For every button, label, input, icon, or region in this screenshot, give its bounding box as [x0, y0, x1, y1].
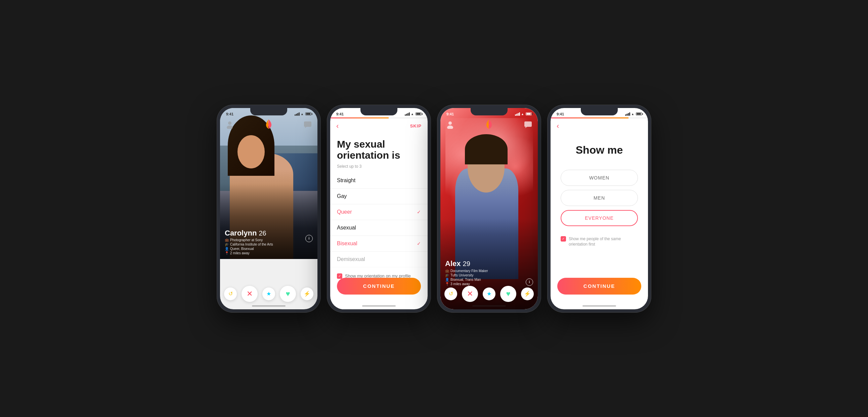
like-button-3[interactable]: ♥	[500, 286, 516, 302]
profile-orientation-1: Queer, Bisexual	[230, 247, 254, 251]
everyone-button[interactable]: EVERYONE	[561, 210, 638, 226]
time-1: 9:41	[226, 112, 234, 116]
superlike-button-3[interactable]: ★	[483, 287, 495, 300]
show-same-orientation-row: ✓ Show me people of the same orientation…	[551, 231, 648, 253]
undo-button-1[interactable]: ↺	[224, 287, 237, 300]
superlike-button-1[interactable]: ★	[262, 287, 275, 300]
option-queer[interactable]: Queer ✓	[330, 204, 428, 220]
show-same-label: Show me people of the same orientation f…	[569, 236, 638, 248]
tinder-logo-3	[485, 119, 494, 130]
back-button-2[interactable]: ‹	[336, 122, 339, 131]
messages-icon-3[interactable]	[524, 120, 532, 129]
battery-icon-3	[526, 112, 532, 115]
job-icon-3: 💼	[445, 269, 449, 273]
orientation-icon-1: 👤	[225, 247, 229, 251]
option-label-asexual: Asexual	[337, 225, 356, 231]
option-label-straight: Straight	[337, 177, 355, 183]
continue-button-2[interactable]: CONTINUE	[337, 278, 421, 294]
option-gay[interactable]: Gay	[330, 188, 428, 204]
undo-button-3[interactable]: ↺	[444, 287, 457, 300]
like-button-1[interactable]: ♥	[280, 286, 296, 302]
profile-distance-3: 3 miles away	[451, 282, 470, 286]
notch-3	[471, 108, 507, 115]
show-same-checkbox[interactable]: ✓	[561, 236, 566, 242]
profile-school-3: Tufts University	[451, 273, 474, 277]
profile-age-1: 26	[259, 230, 266, 237]
job-icon-1: 💼	[225, 238, 229, 242]
time-2: 9:41	[336, 112, 344, 116]
boost-button-1[interactable]: ⚡	[301, 287, 313, 300]
signal-icon-1	[294, 112, 300, 116]
profile-distance-1: 2 miles away	[230, 251, 250, 255]
option-label-bisexual: Bisexual	[337, 241, 357, 247]
orientation-icon-3: 👤	[445, 278, 449, 281]
phone-3: 9:41 ▲	[437, 105, 541, 313]
profile-job-3: Documentary Film Maker	[451, 269, 488, 273]
user-icon-3[interactable]	[446, 120, 455, 129]
option-label-demisexual: Demisexual	[337, 256, 365, 262]
profile-orientation-3: Bisexual, Trans Man	[451, 278, 481, 281]
wifi-icon-3: ▲	[521, 112, 524, 116]
home-indicator-2	[362, 305, 396, 307]
phone-1: 9:41 ▲	[217, 105, 321, 313]
battery-icon-2	[415, 112, 422, 115]
status-icons-2: ▲	[405, 112, 422, 116]
action-bar-1: ↺ ✕ ★ ♥ ⚡	[220, 286, 317, 302]
nav-row-4: ‹	[551, 118, 648, 134]
top-nav-1	[220, 117, 317, 133]
phones-container: 9:41 ▲	[207, 95, 661, 323]
wifi-icon-1: ▲	[301, 112, 304, 116]
location-icon-1: 📍	[225, 251, 229, 255]
option-label-gay: Gay	[337, 193, 347, 199]
status-icons-1: ▲	[294, 112, 311, 116]
select-hint: Select up to 3	[330, 163, 428, 173]
option-asexual[interactable]: Asexual	[330, 220, 428, 236]
women-button[interactable]: WOMEN	[561, 170, 638, 186]
back-button-4[interactable]: ‹	[557, 122, 559, 131]
school-icon-1: 🎓	[225, 243, 229, 246]
profile-job-1: Photographer at Sony	[230, 238, 263, 242]
school-icon-3: 🎓	[445, 273, 449, 277]
progress-bar-2	[330, 117, 428, 118]
option-straight[interactable]: Straight	[330, 173, 428, 188]
men-button[interactable]: MEN	[561, 190, 638, 206]
tinder-logo-1	[264, 119, 273, 130]
action-bar-3: ↺ ✕ ★ ♥ ⚡	[440, 286, 538, 302]
profile-school-1: California Institute of the Arts	[230, 243, 273, 246]
nope-button-3[interactable]: ✕	[462, 286, 478, 302]
messages-icon-1[interactable]	[303, 120, 312, 129]
user-icon-1[interactable]	[225, 120, 234, 129]
option-demisexual[interactable]: Demisexual	[330, 252, 428, 267]
svg-rect-5	[524, 121, 532, 127]
check-bisexual: ✓	[417, 241, 421, 246]
show-profile-checkbox[interactable]: ✓	[337, 273, 342, 279]
profile-age-3: 29	[463, 260, 470, 267]
svg-point-4	[447, 126, 453, 129]
svg-rect-2	[304, 121, 311, 127]
wifi-icon-4: ▲	[631, 112, 634, 116]
check-queer: ✓	[417, 209, 421, 215]
phone-4: 9:41 ▲	[547, 105, 651, 313]
orientation-title: My sexual orientation is	[330, 134, 428, 163]
nope-button-1[interactable]: ✕	[242, 286, 258, 302]
home-indicator-1	[252, 305, 285, 307]
location-icon-3: 📍	[445, 282, 449, 286]
home-indicator-3	[472, 305, 506, 307]
option-bisexual[interactable]: Bisexual ✓	[330, 236, 428, 252]
boost-button-3[interactable]: ⚡	[521, 287, 534, 300]
skip-button-2[interactable]: SKIP	[410, 124, 422, 129]
profile-name-3: Alex	[445, 259, 461, 268]
card-photo-3: Alex 29 💼 Documentary Film Maker 🎓 Tufts…	[440, 108, 538, 309]
card-info-3: Alex 29 💼 Documentary Film Maker 🎓 Tufts…	[445, 259, 533, 286]
profile-name-1: Carolynn	[225, 229, 257, 237]
nav-row-2: ‹ SKIP	[330, 118, 428, 134]
continue-button-4[interactable]: CONTINUE	[557, 278, 641, 294]
phone-2: 9:41 ▲	[327, 105, 431, 313]
status-icons-4: ▲	[625, 112, 642, 116]
status-icons-3: ▲	[515, 112, 532, 116]
wifi-icon-2: ▲	[411, 112, 414, 116]
info-button-3[interactable]: i	[526, 278, 533, 286]
progress-fill-4	[551, 117, 628, 118]
show-me-options: WOMEN MEN EVERYONE	[551, 166, 648, 230]
notch-2	[361, 108, 397, 115]
